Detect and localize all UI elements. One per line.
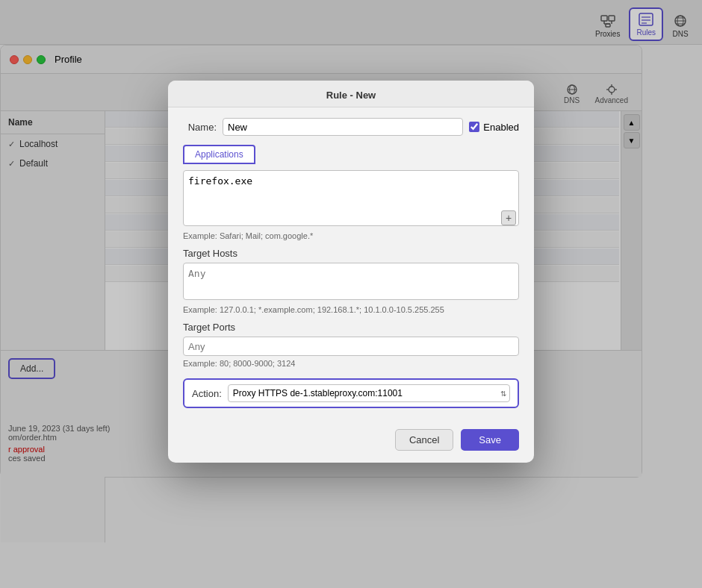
enabled-row: Enabled [469,122,519,133]
action-label: Action: [192,388,222,399]
tab-applications[interactable]: Applications [183,145,255,164]
name-row: Name: Enabled [183,118,519,136]
modal-overlay: Rule - New Name: Enabled Applications fi… [0,0,702,588]
plus-button[interactable]: + [501,210,516,225]
dialog-title: Rule - New [168,81,534,107]
dialog-body: Name: Enabled Applications firefox.exe +… [168,107,534,429]
target-ports-example: Example: 80; 8000-9000; 3124 [183,359,519,368]
save-button[interactable]: Save [461,429,519,451]
name-input[interactable] [223,118,463,136]
action-row: Action: Proxy HTTPS de-1.stableproxy.com… [183,378,519,408]
dialog-buttons: Cancel Save [168,429,534,463]
target-hosts-input[interactable] [183,263,519,300]
applications-example: Example: Safari; Mail; com.google.* [183,231,519,240]
target-hosts-example: Example: 127.0.0.1; *.example.com; 192.1… [183,305,519,314]
target-hosts-label: Target Hosts [183,248,519,259]
action-select[interactable]: Proxy HTTPS de-1.stableproxy.com:11001 D… [228,384,510,402]
action-select-wrap: Proxy HTTPS de-1.stableproxy.com:11001 D… [228,384,510,402]
applications-textarea[interactable]: firefox.exe [183,170,519,226]
dialog: Rule - New Name: Enabled Applications fi… [168,81,534,463]
applications-container: firefox.exe + [183,170,519,228]
tabs-row: Applications [183,145,519,164]
target-ports-label: Target Ports [183,322,519,333]
enabled-label: Enabled [483,122,519,133]
name-label: Name: [183,122,217,133]
enabled-checkbox[interactable] [469,122,479,132]
cancel-button[interactable]: Cancel [395,429,453,451]
target-ports-input[interactable] [183,337,519,356]
